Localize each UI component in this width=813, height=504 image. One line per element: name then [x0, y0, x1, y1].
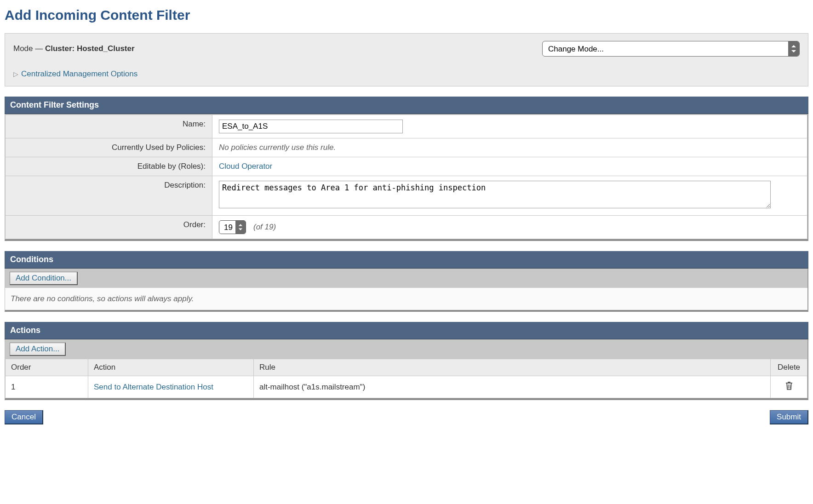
trash-icon[interactable] [784, 381, 794, 391]
no-conditions-text: There are no conditions, so actions will… [11, 294, 194, 303]
name-input[interactable] [219, 120, 403, 133]
cancel-button[interactable]: Cancel [5, 410, 43, 424]
change-mode-select-wrap[interactable]: Change Mode... [542, 41, 800, 57]
page-title: Add Incoming Content Filter [5, 7, 808, 23]
mode-prefix: Mode — [13, 44, 43, 53]
order-select[interactable]: 19 [219, 220, 246, 234]
table-row: 1 Send to Alternate Destination Host alt… [6, 376, 807, 398]
action-name-link[interactable]: Send to Alternate Destination Host [94, 383, 213, 391]
roles-link[interactable]: Cloud Operator [219, 162, 272, 171]
triangle-right-icon: ▷ [13, 70, 18, 78]
centralized-management-options-link[interactable]: ▷ Centralized Management Options [13, 69, 800, 79]
description-textarea[interactable] [219, 181, 771, 208]
col-delete: Delete [771, 359, 807, 376]
order-total: (of 19) [253, 223, 276, 232]
action-rule: alt-mailhost ("a1s.mailstream") [254, 376, 771, 398]
submit-button[interactable]: Submit [770, 410, 808, 424]
policies-label: Currently Used by Policies: [6, 138, 212, 157]
centralized-management-label: Centralized Management Options [21, 69, 137, 79]
order-label: Order: [6, 216, 212, 239]
actions-section: Actions Add Action... Order Action Rule … [5, 322, 808, 400]
mode-cluster: Cluster: Hosted_Cluster [45, 44, 135, 53]
policies-value: No policies currently use this rule. [219, 143, 336, 152]
mode-panel: Mode — Cluster: Hosted_Cluster Change Mo… [5, 33, 808, 86]
settings-section: Content Filter Settings Name: Currently … [5, 97, 808, 241]
footer-row: Cancel Submit [5, 410, 808, 424]
roles-label: Editable by (Roles): [6, 157, 212, 176]
conditions-header: Conditions [5, 251, 808, 269]
change-mode-select[interactable]: Change Mode... [542, 41, 800, 57]
actions-header: Actions [5, 322, 808, 339]
col-order: Order [6, 359, 88, 376]
add-action-button[interactable]: Add Action... [10, 343, 66, 356]
name-label: Name: [6, 115, 212, 138]
col-action: Action [88, 359, 254, 376]
add-condition-button[interactable]: Add Condition... [10, 272, 78, 285]
action-order: 1 [6, 376, 88, 398]
settings-header: Content Filter Settings [5, 97, 808, 114]
description-label: Description: [6, 176, 212, 216]
conditions-section: Conditions Add Condition... There are no… [5, 251, 808, 312]
col-rule: Rule [254, 359, 771, 376]
order-select-wrap[interactable]: 19 [219, 220, 246, 234]
mode-label: Mode — Cluster: Hosted_Cluster [13, 44, 135, 53]
